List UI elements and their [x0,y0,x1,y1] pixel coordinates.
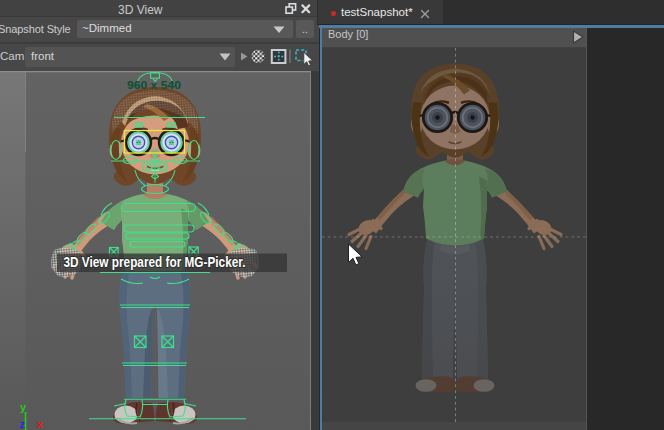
svg-text:z: z [20,418,26,430]
svg-text:y: y [20,401,27,413]
svg-text:x: x [37,418,44,430]
svg-text:960 x 540: 960 x 540 [127,79,181,91]
svg-text:3D View prepared for MG-Picker: 3D View prepared for MG-Picker. [64,253,246,270]
